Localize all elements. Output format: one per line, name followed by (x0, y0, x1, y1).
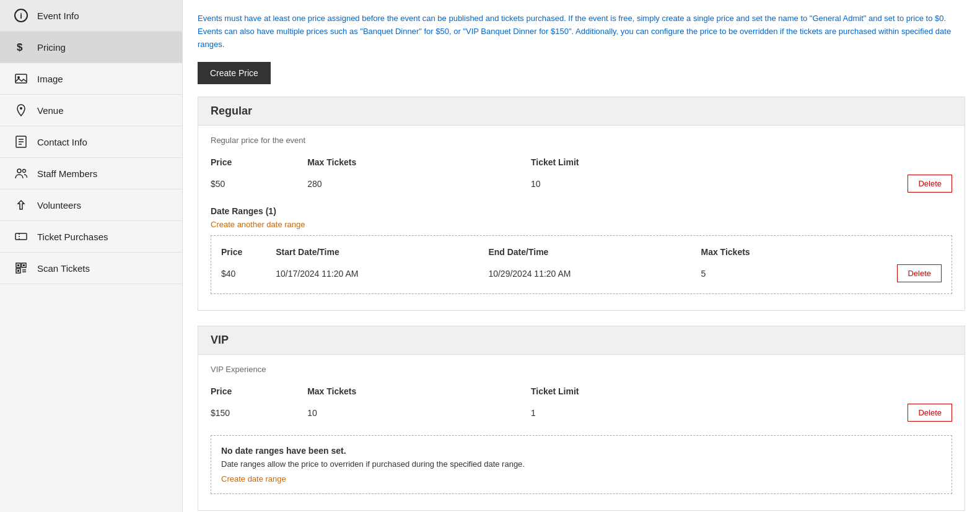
price-value: $150 (211, 400, 307, 425)
col-start-date: Start Date/Time (276, 243, 488, 261)
max-tickets-value: 280 (307, 171, 531, 196)
col-ticket-limit-label: Ticket Limit (531, 383, 750, 400)
ticket-purchases-icon (12, 230, 30, 243)
image-icon (12, 72, 30, 85)
price-main-table: Price Max Tickets Ticket Limit $150 10 1… (211, 383, 952, 425)
col-max-tickets-label: Max Tickets (307, 383, 531, 400)
sidebar-item-label: Event Info (37, 11, 79, 21)
sidebar-item-label: Venue (37, 105, 64, 116)
sidebar-item-label: Pricing (37, 42, 66, 53)
price-card-header: VIP (198, 326, 965, 355)
svg-rect-12 (15, 233, 27, 240)
date-range-delete-cell: Delete (827, 261, 942, 286)
svg-point-11 (23, 170, 26, 173)
sidebar-item-staff-members[interactable]: Staff Members (0, 158, 182, 189)
ticket-limit-value: 10 (531, 171, 750, 196)
col-price-label: Price (211, 383, 307, 400)
svg-text:i: i (20, 11, 22, 20)
delete-price-button[interactable]: Delete (908, 175, 952, 193)
max-tickets-value: 10 (307, 400, 531, 425)
col-ticket-limit-label: Ticket Limit (531, 154, 750, 171)
venue-icon (12, 103, 30, 117)
event-info-icon: i (12, 9, 30, 22)
sidebar-item-label: Contact Info (37, 137, 87, 147)
sidebar-item-ticket-purchases[interactable]: Ticket Purchases (0, 221, 182, 253)
svg-text:$: $ (17, 41, 23, 53)
main-content: Events must have at least one price assi… (183, 0, 980, 512)
sidebar-item-label: Staff Members (37, 168, 97, 179)
create-price-button[interactable]: Create Price (198, 62, 271, 84)
volunteers-icon (12, 198, 30, 212)
pricing-icon: $ (12, 40, 30, 54)
date-range-header: Price Start Date/Time End Date/Time Max … (221, 243, 942, 261)
svg-rect-3 (15, 74, 27, 83)
col-max-tickets: Max Tickets (701, 243, 828, 261)
price-card-body: Regular price for the event Price Max Ti… (198, 126, 965, 310)
sidebar-item-contact-info[interactable]: Contact Info (0, 126, 182, 158)
price-card-body: VIP Experience Price Max Tickets Ticket … (198, 355, 965, 510)
col-max-tickets-label: Max Tickets (307, 154, 531, 171)
sidebar-item-venue[interactable]: Venue (0, 95, 182, 126)
col-delete-label (750, 154, 952, 171)
sidebar-item-event-info[interactable]: iEvent Info (0, 0, 182, 32)
date-ranges-label: Date Ranges (1) (211, 206, 952, 216)
delete-cell: Delete (750, 171, 952, 196)
sidebar-item-scan-tickets[interactable]: Scan Tickets (0, 253, 182, 284)
sidebar-item-label: Image (37, 74, 63, 84)
price-card-vip: VIP VIP Experience Price Max Tickets Tic… (198, 326, 965, 511)
svg-rect-18 (23, 264, 25, 266)
create-date-range-link[interactable]: Create date range (221, 474, 286, 484)
price-description: Regular price for the event (211, 136, 952, 145)
ticket-limit-value: 1 (531, 400, 750, 425)
sidebar: iEvent Info$PricingImageVenueContact Inf… (0, 0, 183, 512)
date-range-max-tickets: 5 (701, 261, 828, 286)
sidebar-item-label: Scan Tickets (37, 263, 90, 274)
svg-rect-19 (17, 270, 19, 272)
sidebar-item-volunteers[interactable]: Volunteers (0, 189, 182, 221)
sidebar-item-image[interactable]: Image (0, 63, 182, 95)
sidebar-item-label: Volunteers (37, 200, 81, 210)
sidebar-item-label: Ticket Purchases (37, 232, 108, 242)
date-range-row: $40 10/17/2024 11:20 AM 10/29/2024 11:20… (221, 261, 942, 286)
create-another-date-range-link[interactable]: Create another date range (211, 220, 952, 229)
date-range-end: 10/29/2024 11:20 AM (488, 261, 701, 286)
price-table-row: $150 10 1 Delete (211, 400, 952, 425)
no-date-ranges-title: No date ranges have been set. (221, 446, 942, 456)
price-description: VIP Experience (211, 365, 952, 374)
col-price: Price (221, 243, 276, 261)
svg-rect-17 (17, 264, 19, 266)
date-range-table: Price Start Date/Time End Date/Time Max … (221, 243, 942, 286)
delete-cell: Delete (750, 400, 952, 425)
col-price-label: Price (211, 154, 307, 171)
price-table-header: Price Max Tickets Ticket Limit (211, 154, 952, 171)
price-card-regular: Regular Regular price for the event Pric… (198, 97, 965, 311)
info-text: Events must have at least one price assi… (198, 12, 965, 51)
staff-members-icon (12, 167, 30, 180)
price-table-row: $50 280 10 Delete (211, 171, 952, 196)
date-range-start: 10/17/2024 11:20 AM (276, 261, 488, 286)
col-end-date: End Date/Time (488, 243, 701, 261)
no-date-ranges-box: No date ranges have been set. Date range… (211, 435, 952, 494)
delete-price-button[interactable]: Delete (908, 404, 952, 422)
date-range-price: $40 (221, 261, 276, 286)
price-table-header: Price Max Tickets Ticket Limit (211, 383, 952, 400)
col-delete-label (750, 383, 952, 400)
svg-point-5 (20, 107, 22, 110)
col-actions (827, 243, 942, 261)
contact-info-icon (12, 135, 30, 149)
scan-tickets-icon (12, 261, 30, 275)
no-date-ranges-desc: Date ranges allow the price to overriden… (221, 459, 942, 469)
delete-date-range-button[interactable]: Delete (897, 264, 942, 282)
price-value: $50 (211, 171, 307, 196)
price-card-header: Regular (198, 97, 965, 126)
price-cards-container: Regular Regular price for the event Pric… (198, 97, 965, 511)
date-range-box: Price Start Date/Time End Date/Time Max … (211, 235, 952, 294)
price-main-table: Price Max Tickets Ticket Limit $50 280 1… (211, 154, 952, 196)
svg-point-10 (17, 169, 21, 173)
sidebar-item-pricing[interactable]: $Pricing (0, 32, 182, 63)
